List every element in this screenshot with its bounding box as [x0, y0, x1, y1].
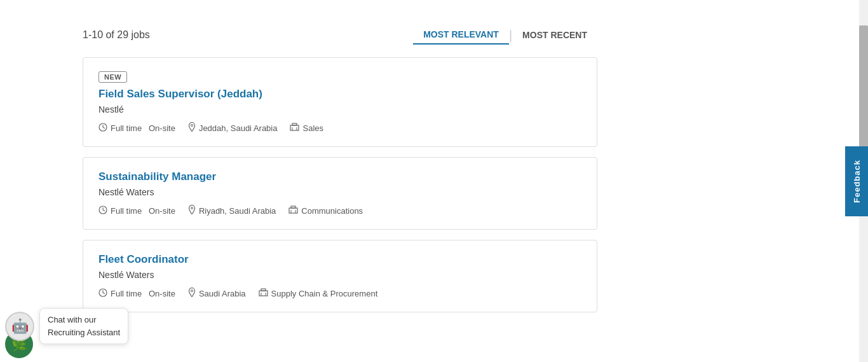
- new-badge-1: NEW: [98, 71, 127, 83]
- job-location-text-3: Saudi Arabia: [199, 289, 246, 298]
- main-content: 1-10 of 29 jobs MOST RELEVANT | MOST REC…: [83, 0, 635, 312]
- location-icon-3: [188, 288, 196, 299]
- location-icon-1: [188, 122, 196, 134]
- clock-icon-1: [98, 123, 107, 134]
- dept-icon-3: [259, 288, 268, 298]
- job-location-1: Jeddah, Saudi Arabia: [188, 122, 278, 134]
- chat-bubble[interactable]: Chat with our Recruiting Assistant: [39, 308, 128, 344]
- svg-rect-15: [261, 289, 266, 291]
- job-worktype-2: Full time On-site: [98, 205, 175, 216]
- sort-options: MOST RELEVANT | MOST RECENT: [413, 25, 597, 45]
- svg-point-1: [191, 125, 193, 127]
- svg-rect-8: [289, 208, 297, 213]
- job-dept-text-1: Sales: [302, 123, 323, 133]
- job-title-3[interactable]: Fleet Coordinator: [98, 253, 581, 266]
- clock-icon-2: [98, 205, 107, 216]
- job-card-2[interactable]: Sustainability Manager Nestlé Waters Ful…: [83, 157, 597, 230]
- job-dept-3: Supply Chain & Procurement: [259, 288, 378, 298]
- svg-rect-14: [259, 291, 268, 296]
- chat-line2: Recruiting Assistant: [48, 328, 120, 337]
- chat-widget[interactable]: 🤖 Chat with our Recruiting Assistant: [5, 308, 128, 344]
- job-dept-2: Communications: [288, 205, 363, 216]
- svg-point-7: [191, 207, 193, 209]
- job-worktype-text-3: Full time On-site: [111, 289, 175, 298]
- job-title-1[interactable]: Field Sales Supervisor (Jeddah): [98, 88, 581, 101]
- svg-rect-2: [290, 125, 299, 130]
- job-card-3[interactable]: Fleet Coordinator Nestlé Waters Full tim…: [83, 240, 597, 312]
- job-dept-text-3: Supply Chain & Procurement: [271, 289, 378, 298]
- svg-point-13: [191, 290, 193, 292]
- job-location-2: Riyadh, Saudi Arabia: [188, 205, 276, 216]
- job-location-3: Saudi Arabia: [188, 288, 246, 299]
- job-worktype-3: Full time On-site: [98, 288, 175, 299]
- job-company-2: Nestlé Waters: [98, 187, 581, 197]
- job-company-3: Nestlé Waters: [98, 270, 581, 280]
- chat-avatar: 🤖: [5, 312, 34, 341]
- job-list: NEW Field Sales Supervisor (Jeddah) Nest…: [83, 57, 597, 312]
- job-worktype-text-2: Full time On-site: [111, 206, 175, 216]
- scrollbar-thumb[interactable]: [859, 25, 868, 165]
- location-icon-2: [188, 205, 196, 216]
- job-card-1[interactable]: NEW Field Sales Supervisor (Jeddah) Nest…: [83, 57, 597, 147]
- job-worktype-text-1: Full time On-site: [111, 123, 175, 133]
- feedback-button[interactable]: Feedback: [845, 146, 868, 216]
- results-count: 1-10 of 29 jobs: [83, 29, 413, 41]
- job-location-text-1: Jeddah, Saudi Arabia: [199, 123, 278, 133]
- dept-icon-1: [290, 123, 299, 133]
- job-meta-3: Full time On-site Saudi Arabia: [98, 288, 581, 299]
- job-company-1: Nestlé: [98, 104, 581, 115]
- job-meta-2: Full time On-site Riyadh, Saudi Arabia: [98, 205, 581, 216]
- job-dept-1: Sales: [290, 123, 323, 133]
- job-worktype-1: Full time On-site: [98, 123, 175, 134]
- job-location-text-2: Riyadh, Saudi Arabia: [199, 206, 276, 216]
- job-dept-text-2: Communications: [301, 206, 363, 216]
- chat-line1: Chat with our: [48, 315, 97, 324]
- results-header: 1-10 of 29 jobs MOST RELEVANT | MOST REC…: [83, 25, 597, 45]
- sort-most-recent[interactable]: MOST RECENT: [512, 26, 597, 44]
- dept-icon-2: [288, 205, 298, 216]
- svg-rect-3: [292, 123, 297, 125]
- job-title-2[interactable]: Sustainability Manager: [98, 171, 581, 183]
- svg-rect-9: [291, 206, 295, 208]
- clock-icon-3: [98, 288, 107, 299]
- job-meta-1: Full time On-site Jeddah, Saudi Arabia: [98, 122, 581, 134]
- sort-most-relevant[interactable]: MOST RELEVANT: [413, 25, 509, 45]
